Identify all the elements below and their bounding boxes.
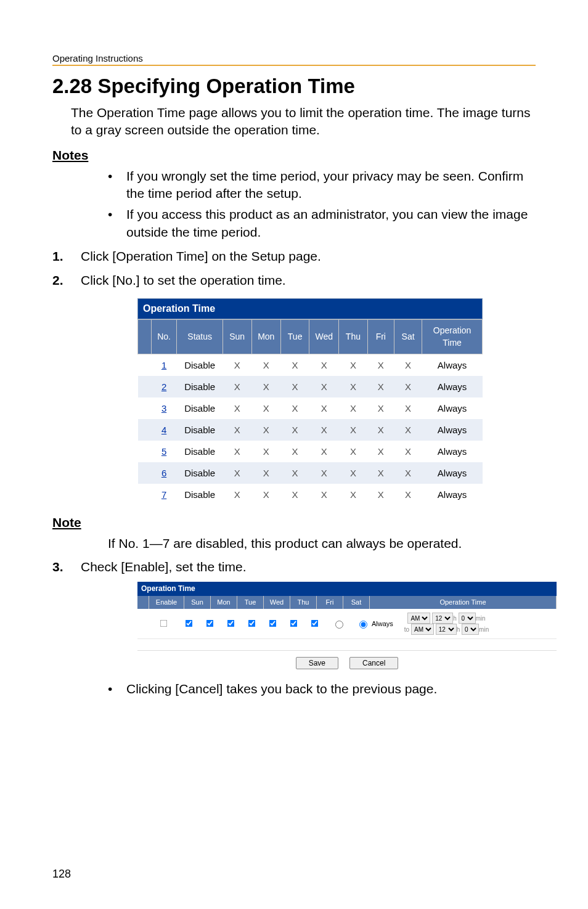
cell-day: X <box>281 354 309 377</box>
time-range-controls: AM 12h 0min to AM 12h 0min <box>404 613 489 635</box>
row-no-link[interactable]: 2 <box>161 381 166 392</box>
cell-day: X <box>367 484 394 505</box>
running-head: Operating Instructions <box>52 53 536 63</box>
cell-day: X <box>281 419 309 441</box>
table-caption: Operation Time <box>137 298 483 319</box>
mon-checkbox[interactable] <box>206 620 214 627</box>
th-sun: Sun <box>223 320 251 354</box>
th-mon: Mon <box>211 596 237 609</box>
enable-checkbox[interactable] <box>160 620 168 627</box>
sun-checkbox[interactable] <box>186 620 193 627</box>
cell-day: X <box>251 376 281 397</box>
row-spacer <box>138 484 152 505</box>
from-min-select[interactable]: 0 <box>459 613 476 624</box>
row-no-link[interactable]: 6 <box>161 468 166 478</box>
cell-day: X <box>339 484 367 505</box>
cell-day: X <box>339 397 367 419</box>
config-header-spacer <box>137 596 149 609</box>
row-no-link[interactable]: 7 <box>161 489 166 500</box>
th-enable: Enable <box>149 596 184 609</box>
cell-status: Disable <box>177 419 223 441</box>
from-hour-select[interactable]: 12 <box>432 613 453 624</box>
th-sat: Sat <box>394 320 422 354</box>
cell-no: 2 <box>151 376 177 397</box>
cell-day: X <box>339 354 367 377</box>
cell-day: X <box>309 397 339 419</box>
note-heading: Note <box>52 515 536 530</box>
row-no-link[interactable]: 4 <box>161 425 166 435</box>
to-hour-select[interactable]: 12 <box>436 624 457 635</box>
operation-time-table: Operation Time No. Status Sun Mon Tue We… <box>137 298 483 506</box>
row-spacer <box>138 376 152 397</box>
th-sat: Sat <box>343 596 370 609</box>
th-tue: Tue <box>281 320 309 354</box>
intro-paragraph: The Operation Time page allows you to li… <box>71 104 536 139</box>
cell-day: X <box>281 484 309 505</box>
cell-day: X <box>367 419 394 441</box>
cell-day: X <box>281 441 309 462</box>
step-3: 3. Check [Enable], set the time. Operati… <box>52 558 536 698</box>
row-no-link[interactable]: 3 <box>161 403 166 414</box>
header-rule <box>52 65 536 66</box>
step-number: 2. <box>52 271 63 289</box>
cell-day: X <box>251 484 281 505</box>
cell-day: X <box>251 397 281 419</box>
cell-status: Disable <box>177 376 223 397</box>
cell-day: X <box>251 419 281 441</box>
th-optime: Operation Time <box>422 320 483 354</box>
step-number: 3. <box>52 558 63 576</box>
always-radio[interactable] <box>359 621 367 629</box>
row-no-link[interactable]: 5 <box>161 446 166 457</box>
cell-day: X <box>339 441 367 462</box>
cell-day: X <box>281 376 309 397</box>
row-spacer <box>138 397 152 419</box>
from-ampm-select[interactable]: AM <box>407 613 430 624</box>
to-ampm-select[interactable]: AM <box>411 624 434 635</box>
cell-no: 5 <box>151 441 177 462</box>
cell-status: Disable <box>177 354 223 377</box>
cell-day: X <box>367 376 394 397</box>
cell-day: X <box>251 354 281 377</box>
cancel-button[interactable]: Cancel <box>349 657 398 669</box>
save-button[interactable]: Save <box>296 657 338 669</box>
table-row: 3DisableXXXXXXXAlways <box>138 397 483 419</box>
wed-checkbox[interactable] <box>248 620 256 627</box>
cell-day: X <box>367 441 394 462</box>
cell-optime: Always <box>422 397 483 419</box>
fri-checkbox[interactable] <box>290 620 298 627</box>
cell-optime: Always <box>422 376 483 397</box>
cell-status: Disable <box>177 397 223 419</box>
cell-day: X <box>339 376 367 397</box>
note-body: If No. 1—7 are disabled, this product ca… <box>108 535 536 552</box>
th-operation-time: Operation Time <box>370 596 557 609</box>
cell-day: X <box>394 397 422 419</box>
table-row: 2DisableXXXXXXXAlways <box>138 376 483 397</box>
th-status: Status <box>177 320 223 354</box>
cell-no: 7 <box>151 484 177 505</box>
cell-day: X <box>309 376 339 397</box>
th-fri: Fri <box>317 596 343 609</box>
cell-day: X <box>223 376 251 397</box>
sat-checkbox[interactable] <box>311 620 319 627</box>
thu-checkbox[interactable] <box>269 620 277 627</box>
step-text: Check [Enable], set the time. <box>81 560 246 574</box>
cell-day: X <box>309 441 339 462</box>
cell-day: X <box>223 354 251 377</box>
cell-day: X <box>309 484 339 505</box>
step-text: Click [No.] to set the operation time. <box>81 273 286 287</box>
post-fig-bullet: Clicking [Cancel] takes you back to the … <box>108 680 536 698</box>
cell-no: 4 <box>151 419 177 441</box>
cell-day: X <box>309 419 339 441</box>
th-sun: Sun <box>184 596 211 609</box>
row-no-link[interactable]: 1 <box>161 360 166 370</box>
cell-day: X <box>251 441 281 462</box>
th-tue: Tue <box>237 596 264 609</box>
th-no: No. <box>151 320 177 354</box>
time-range-radio[interactable] <box>335 621 343 629</box>
page-number: 128 <box>52 868 71 881</box>
cell-optime: Always <box>422 354 483 377</box>
row-spacer <box>138 419 152 441</box>
tue-checkbox[interactable] <box>227 620 235 627</box>
row-spacer <box>138 354 152 377</box>
to-min-select[interactable]: 0 <box>462 624 479 635</box>
